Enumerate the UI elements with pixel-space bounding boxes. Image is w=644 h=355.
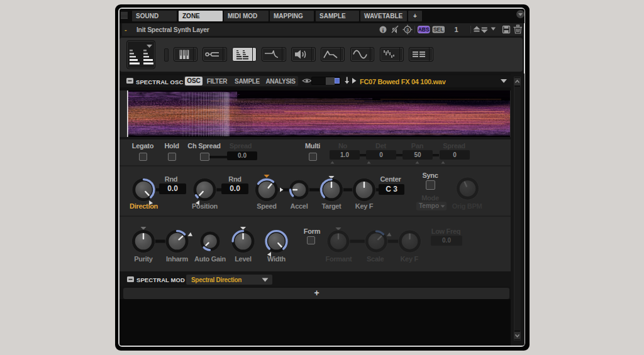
svg-text:SEL: SEL	[433, 26, 444, 33]
svg-text:1: 1	[454, 26, 458, 33]
svg-text:ABS: ABS	[418, 26, 430, 33]
svg-text:3: 3	[406, 27, 409, 33]
